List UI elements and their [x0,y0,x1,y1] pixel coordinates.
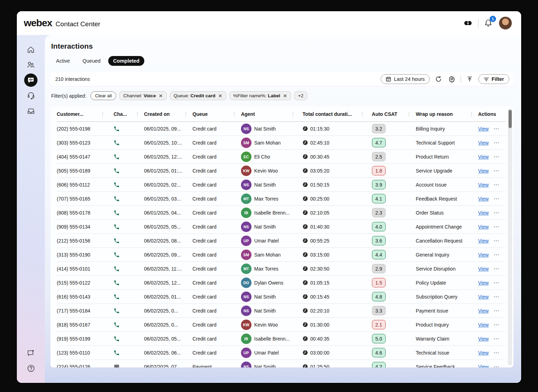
row-more-button[interactable]: ⋯ [494,209,499,216]
sidebar-item-feedback[interactable] [24,346,38,360]
col-header-customer[interactable]: Customer...⋮ [57,111,109,117]
filter-button[interactable]: Filter [478,74,509,84]
table-scrollbar[interactable] [508,108,512,365]
scrollbar-thumb[interactable] [509,110,512,128]
column-menu-icon[interactable]: ⋮ [468,111,475,117]
row-more-button[interactable]: ⋯ [494,265,499,272]
table-row[interactable]: (515) 555-012206/02/2025, 12...Credit ca… [57,276,506,290]
sidebar-item-people[interactable] [24,58,38,72]
table-row[interactable]: (707) 555-016506/01/2025, 03...Credit ca… [57,192,506,206]
user-avatar[interactable] [499,16,512,30]
view-link[interactable]: View [478,322,489,328]
row-more-button[interactable]: ⋯ [494,153,499,160]
filter-chip-channel[interactable]: Channel: Voice ✕ [119,91,167,100]
export-icon[interactable] [465,75,474,84]
refresh-icon[interactable] [434,75,443,84]
table-row[interactable]: (505) 555-018906/01/2025, 01:...Credit c… [57,164,506,178]
column-menu-icon[interactable]: ⋮ [290,111,296,117]
col-header-queue[interactable]: Queue⋮ [193,111,241,117]
sidebar-item-help[interactable] [24,361,38,375]
row-more-button[interactable]: ⋯ [494,167,499,174]
row-more-button[interactable]: ⋯ [494,307,499,314]
column-menu-icon[interactable]: ⋮ [231,111,237,117]
settings-gear-icon[interactable] [447,75,456,84]
col-header-created-on[interactable]: Created on⋮ [144,111,192,117]
table-row[interactable]: (224) 555-012606/02/2025, 07...PaymentNS… [57,360,506,368]
row-more-button[interactable]: ⋯ [494,195,499,202]
view-link[interactable]: View [478,308,489,314]
column-menu-icon[interactable]: ⋮ [406,111,412,117]
table-row[interactable]: (303) 555-012306/01/2025, 10:...Credit c… [57,136,506,150]
sidebar-item-home[interactable] [24,43,38,57]
view-link[interactable]: View [478,168,489,174]
table-row[interactable]: (202) 555-019806/01/2025, 09...Credit ca… [57,122,506,136]
column-menu-icon[interactable]: ⋮ [134,111,140,117]
row-more-button[interactable]: ⋯ [494,223,499,230]
table-row[interactable]: (404) 555-014706/01/2025, 12:...Credit c… [57,150,506,164]
row-more-button[interactable]: ⋯ [494,321,499,328]
view-link[interactable]: View [478,154,489,160]
table-row[interactable]: (717) 555-018406/02/2025, 0...Credit car… [57,304,506,318]
tab-completed[interactable]: Completed [108,56,144,66]
filter-chip-label[interactable]: %Filter name%: Label ✕ [229,91,291,100]
remove-chip-icon[interactable]: ✕ [218,93,222,98]
row-more-button[interactable]: ⋯ [494,293,499,300]
view-link[interactable]: View [478,224,489,230]
table-row[interactable]: (616) 555-014306/02/2025, 01...Credit ca… [57,290,506,304]
col-header-duration[interactable]: Total contact durati...⋮ [300,111,369,117]
table-row[interactable]: (123) 555-011006/02/2025, 06...Credit ca… [57,346,506,360]
view-link[interactable]: View [478,294,489,300]
table-row[interactable]: (818) 555-016706/02/2025, 0...Credit car… [57,318,506,332]
view-link[interactable]: View [478,364,489,368]
sidebar-item-interactions[interactable] [24,74,37,87]
duration-cell: 00:30:45 [300,154,369,160]
row-more-button[interactable]: ⋯ [494,181,499,188]
table-row[interactable]: (313) 555-019006/02/2025, 09...Credit ca… [57,248,506,262]
view-link[interactable]: View [478,350,489,356]
view-link[interactable]: View [478,140,489,146]
view-link[interactable]: View [478,126,489,132]
row-more-button[interactable]: ⋯ [494,349,499,356]
tab-queued[interactable]: Queued [78,56,106,66]
more-filters-chip[interactable]: +2 [294,91,307,100]
table-row[interactable]: (606) 555-011206/01/2025, 02...Credit ca… [57,178,506,192]
view-link[interactable]: View [478,252,489,258]
col-header-channel[interactable]: Cha...⋮ [109,111,144,117]
view-link[interactable]: View [478,266,489,272]
table-row[interactable]: (808) 555-017806/01/2025, 04...Credit ca… [57,206,506,220]
remove-chip-icon[interactable]: ✕ [283,93,287,98]
view-link[interactable]: View [478,182,489,188]
column-menu-icon[interactable]: ⋮ [99,111,106,117]
sidebar-item-inbox[interactable] [24,104,38,118]
col-header-wrap-up-reason[interactable]: Wrap up reason⋮ [416,111,478,117]
row-more-button[interactable]: ⋯ [494,363,499,368]
col-header-auto-csat[interactable]: Auto CSAT⋮ [369,111,416,117]
view-link[interactable]: View [478,336,489,342]
row-more-button[interactable]: ⋯ [494,251,499,258]
column-menu-icon[interactable]: ⋮ [359,111,366,117]
view-link[interactable]: View [478,210,489,216]
table-row[interactable]: (909) 555-013406/01/2025, 05...Credit ca… [57,220,506,234]
date-range-button[interactable]: Last 24 hours [381,74,430,84]
column-menu-icon[interactable]: ⋮ [183,111,189,117]
sidebar-item-headset[interactable] [24,88,38,102]
row-more-button[interactable]: ⋯ [494,279,499,286]
table-row[interactable]: (414) 555-010106/02/2025, 11:...Credit c… [57,262,506,276]
row-more-button[interactable]: ⋯ [494,139,499,146]
view-link[interactable]: View [478,196,489,202]
row-more-button[interactable]: ⋯ [494,335,499,342]
tab-active[interactable]: Active [51,56,75,66]
view-link[interactable]: View [478,280,489,286]
agent-cell: NSNat Smith [241,180,300,190]
notifications-bell-icon[interactable]: 1 [484,19,493,28]
remove-chip-icon[interactable]: ✕ [159,93,163,98]
clear-all-button[interactable]: Clear all [90,91,116,100]
table-row[interactable]: (212) 555-015606/02/2025, 08...Credit ca… [57,234,506,248]
col-header-agent[interactable]: Agent⋮ [241,111,300,117]
filter-chip-queue[interactable]: Queue: Credit card ✕ [170,91,226,100]
row-more-button[interactable]: ⋯ [494,125,499,132]
table-row[interactable]: (919) 555-019906/02/2025, 05...Credit ca… [57,332,506,346]
view-link[interactable]: View [478,238,489,244]
row-more-button[interactable]: ⋯ [494,237,499,244]
webex-mark-icon[interactable] [463,19,473,28]
